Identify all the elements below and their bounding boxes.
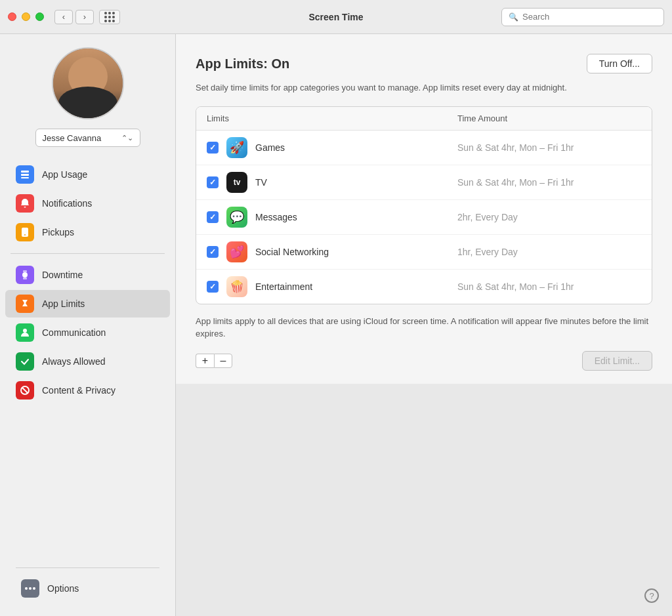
search-icon: 🔍 bbox=[509, 12, 518, 22]
turn-off-button[interactable]: Turn Off... bbox=[587, 54, 652, 73]
sidebar-item-app-usage[interactable]: App Usage bbox=[5, 161, 170, 188]
sidebar-label-notifications: Notifications bbox=[42, 198, 92, 209]
add-button[interactable]: + bbox=[196, 354, 214, 368]
main: Jesse Cavanna ⌃⌄ App Usage Notif bbox=[0, 34, 672, 616]
avatar bbox=[52, 47, 124, 119]
bell-icon bbox=[16, 194, 34, 213]
app-time-tv: Sun & Sat 4hr, Mon – Fri 1hr bbox=[457, 177, 641, 188]
block-icon bbox=[16, 381, 34, 400]
checkbox-entertainment[interactable] bbox=[207, 281, 219, 293]
layers-icon bbox=[16, 165, 34, 184]
content-actions: + – Edit Limit... bbox=[196, 351, 652, 371]
sidebar-label-options: Options bbox=[47, 583, 79, 594]
back-button[interactable]: ‹ bbox=[54, 10, 73, 24]
app-name-games: Games bbox=[255, 142, 457, 153]
close-button[interactable] bbox=[8, 12, 16, 21]
app-time-social: 1hr, Every Day bbox=[457, 247, 641, 257]
sidebar-label-communication: Communication bbox=[42, 327, 106, 338]
app-icon-games: 🚀 bbox=[226, 137, 247, 158]
sidebar-item-pickups[interactable]: Pickups bbox=[5, 218, 170, 246]
search-bar[interactable]: 🔍 bbox=[501, 8, 664, 26]
svg-rect-0 bbox=[21, 171, 29, 173]
sidebar-item-notifications[interactable]: Notifications bbox=[5, 190, 170, 217]
app-icon-messages: 💬 bbox=[226, 207, 247, 228]
divider-1 bbox=[10, 253, 165, 254]
minimize-button[interactable] bbox=[22, 12, 30, 21]
titlebar: ‹ › Screen Time 🔍 bbox=[0, 0, 672, 34]
avatar-image bbox=[53, 47, 123, 119]
table-row: 🚀 Games Sun & Sat 4hr, Mon – Fri 1hr bbox=[196, 131, 652, 165]
svg-point-5 bbox=[22, 272, 28, 277]
svg-line-10 bbox=[22, 388, 28, 394]
svg-point-13 bbox=[33, 587, 35, 590]
table-row: 💕 Social Networking 1hr, Every Day bbox=[196, 235, 652, 270]
options-icon bbox=[21, 579, 39, 598]
person-icon bbox=[16, 323, 34, 342]
svg-rect-1 bbox=[21, 174, 29, 176]
grid-icon bbox=[104, 12, 115, 22]
table-row: 🍿 Entertainment Sun & Sat 4hr, Mon – Fri… bbox=[196, 270, 652, 304]
traffic-lights bbox=[8, 12, 44, 21]
sidebar-label-content-privacy: Content & Privacy bbox=[42, 385, 116, 396]
checkbox-messages[interactable] bbox=[207, 211, 219, 223]
sidebar-item-app-limits[interactable]: App Limits bbox=[5, 290, 170, 318]
app-time-messages: 2hr, Every Day bbox=[457, 212, 641, 222]
sidebar-item-communication[interactable]: Communication bbox=[5, 319, 170, 346]
remove-button[interactable]: – bbox=[214, 354, 232, 368]
content-wrapper: App Limits: On Turn Off... Set daily tim… bbox=[176, 34, 672, 616]
footer-note: App limits apply to all devices that are… bbox=[196, 315, 652, 340]
moon-icon bbox=[16, 266, 34, 284]
content-description: Set daily time limits for app categories… bbox=[196, 81, 652, 94]
svg-rect-2 bbox=[21, 177, 29, 178]
grid-button[interactable] bbox=[99, 10, 120, 24]
sidebar-item-always-allowed[interactable]: Always Allowed bbox=[5, 348, 170, 375]
sidebar-label-app-usage: App Usage bbox=[42, 169, 87, 180]
limits-table: Limits Time Amount 🚀 Games Sun & Sat 4hr… bbox=[196, 106, 652, 304]
svg-point-4 bbox=[24, 234, 26, 236]
svg-point-12 bbox=[25, 587, 28, 590]
sidebar-item-options[interactable]: Options bbox=[10, 575, 165, 602]
app-name-tv: TV bbox=[255, 177, 457, 188]
content-header: App Limits: On Turn Off... bbox=[196, 54, 652, 73]
svg-point-8 bbox=[23, 329, 27, 333]
checkmark-icon bbox=[16, 352, 34, 371]
app-time-games: Sun & Sat 4hr, Mon – Fri 1hr bbox=[457, 142, 641, 153]
checkbox-tv[interactable] bbox=[207, 176, 219, 188]
app-icon-entertainment: 🍿 bbox=[226, 276, 247, 297]
app-name-entertainment: Entertainment bbox=[255, 281, 457, 292]
title-status: On bbox=[272, 56, 290, 71]
svg-point-11 bbox=[29, 587, 32, 590]
app-time-entertainment: Sun & Sat 4hr, Mon – Fri 1hr bbox=[457, 281, 641, 292]
sidebar-label-always-allowed: Always Allowed bbox=[42, 356, 106, 367]
chevron-icon: ⌃⌄ bbox=[121, 134, 133, 142]
maximize-button[interactable] bbox=[35, 12, 44, 21]
help-button[interactable]: ? bbox=[644, 588, 659, 603]
edit-limit-button[interactable]: Edit Limit... bbox=[582, 351, 652, 371]
app-icon-social: 💕 bbox=[226, 241, 247, 262]
sidebar-label-downtime: Downtime bbox=[42, 270, 83, 280]
window-title: Screen Time bbox=[308, 12, 363, 22]
avatar-section: Jesse Cavanna ⌃⌄ bbox=[0, 47, 175, 147]
app-icon-tv: tv bbox=[226, 172, 247, 193]
table-row: 💬 Messages 2hr, Every Day bbox=[196, 200, 652, 235]
search-input[interactable] bbox=[522, 12, 657, 22]
col-time-header: Time Amount bbox=[457, 113, 641, 123]
forward-button[interactable]: › bbox=[75, 10, 94, 24]
svg-rect-6 bbox=[23, 270, 27, 272]
user-select[interactable]: Jesse Cavanna ⌃⌄ bbox=[35, 129, 140, 147]
divider-2 bbox=[16, 567, 159, 568]
phone-icon bbox=[16, 223, 34, 241]
sidebar-label-app-limits: App Limits bbox=[42, 298, 85, 309]
checkbox-social[interactable] bbox=[207, 246, 219, 258]
sidebar-label-pickups: Pickups bbox=[42, 227, 74, 237]
col-limits-header: Limits bbox=[207, 113, 457, 123]
sidebar-item-content-privacy[interactable]: Content & Privacy bbox=[5, 377, 170, 404]
app-name-messages: Messages bbox=[255, 212, 457, 222]
table-row: tv TV Sun & Sat 4hr, Mon – Fri 1hr bbox=[196, 165, 652, 200]
hourglass-icon bbox=[16, 295, 34, 313]
content: App Limits: On Turn Off... Set daily tim… bbox=[176, 34, 672, 384]
svg-rect-7 bbox=[23, 277, 27, 279]
table-header: Limits Time Amount bbox=[196, 107, 652, 131]
checkbox-games[interactable] bbox=[207, 142, 219, 154]
sidebar-item-downtime[interactable]: Downtime bbox=[5, 261, 170, 289]
